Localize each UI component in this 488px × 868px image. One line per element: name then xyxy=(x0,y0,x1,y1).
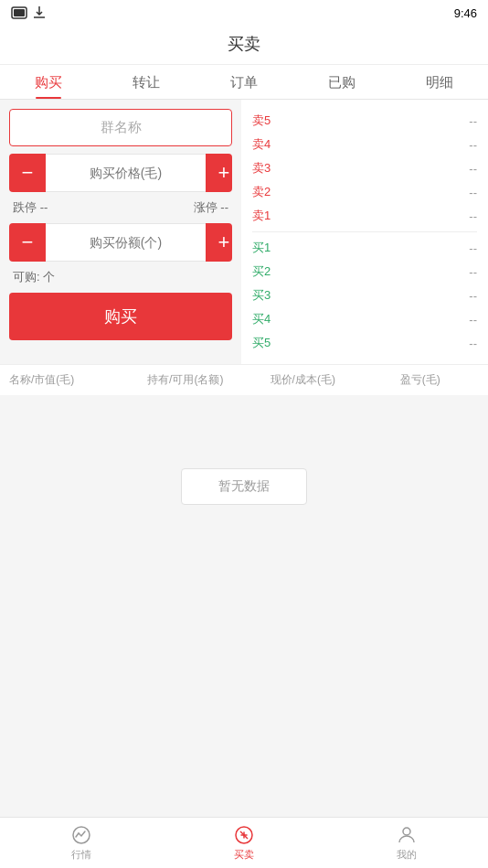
price-increase-button[interactable]: + xyxy=(206,154,232,192)
order-book: 卖5 -- 卖4 -- 卖3 -- 卖2 -- 卖1 -- xyxy=(241,100,488,364)
top-section: 群名称 − + 跌停 -- 涨停 -- − xyxy=(0,100,488,364)
sell-5-row: 卖5 -- xyxy=(252,109,477,133)
tab-bought[interactable]: 已购 xyxy=(292,65,390,99)
amount-increase-button[interactable]: + xyxy=(206,223,232,262)
group-name-input[interactable]: 群名称 xyxy=(9,109,232,146)
sell-1-row: 卖1 -- xyxy=(252,204,477,228)
portfolio-col-pnl: 盈亏(毛) xyxy=(362,372,480,388)
price-decrease-button[interactable]: − xyxy=(9,154,46,192)
status-bar-time: 9:46 xyxy=(454,6,477,20)
empty-state-area: 暂无数据 xyxy=(0,395,488,805)
content-area: 群名称 − + 跌停 -- 涨停 -- − xyxy=(0,100,488,805)
svg-rect-1 xyxy=(14,9,25,16)
stop-row: 跌停 -- 涨停 -- xyxy=(9,199,232,216)
buy-4-row: 买4 -- xyxy=(252,307,477,331)
tab-transfer[interactable]: 转让 xyxy=(98,65,196,99)
can-buy-label: 可购: 个 xyxy=(9,269,232,285)
tab-bar: 购买 转让 订单 已购 明细 xyxy=(0,65,488,100)
buy-2-row: 买2 -- xyxy=(252,260,477,284)
buy-button[interactable]: 购买 xyxy=(9,293,232,340)
nav-item-trade[interactable]: 买卖 xyxy=(163,818,325,868)
sell-orders: 卖5 -- 卖4 -- 卖3 -- 卖2 -- 卖1 -- xyxy=(252,109,477,228)
page-title: 买卖 xyxy=(0,26,488,65)
buy-orders: 买1 -- 买2 -- 买3 -- 买4 -- 买5 -- xyxy=(252,236,477,355)
phone-icon xyxy=(11,6,27,19)
nav-label-trade: 买卖 xyxy=(234,848,254,862)
bottom-nav: 行情 买卖 我的 xyxy=(0,817,488,868)
tab-order[interactable]: 订单 xyxy=(196,65,293,99)
stop-fall-label: 跌停 -- xyxy=(13,199,48,216)
portfolio-col-price: 现价/成本(毛) xyxy=(244,372,362,388)
trade-icon xyxy=(233,824,255,846)
amount-input[interactable] xyxy=(46,223,206,262)
chart-icon xyxy=(70,824,92,846)
status-bar: 9:46 xyxy=(0,0,488,26)
left-panel: 群名称 − + 跌停 -- 涨停 -- − xyxy=(0,100,241,364)
empty-state-box: 暂无数据 xyxy=(181,468,307,505)
price-stepper-row: − + xyxy=(9,154,232,192)
tab-buy[interactable]: 购买 xyxy=(0,65,98,99)
sell-4-row: 卖4 -- xyxy=(252,133,477,156)
buy-1-row: 买1 -- xyxy=(252,236,477,260)
portfolio-col-name: 名称/市值(毛) xyxy=(9,372,127,388)
amount-decrease-button[interactable]: − xyxy=(9,223,46,262)
price-input[interactable] xyxy=(46,154,206,192)
nav-item-mine[interactable]: 我的 xyxy=(325,818,488,868)
user-icon xyxy=(396,824,418,846)
portfolio-col-hold: 持有/可用(名额) xyxy=(127,372,245,388)
download-icon xyxy=(33,5,46,20)
svg-point-5 xyxy=(403,828,410,835)
amount-stepper-row: − + xyxy=(9,223,232,262)
order-book-divider xyxy=(252,231,477,232)
stop-rise-label: 涨停 -- xyxy=(194,199,228,216)
status-bar-left xyxy=(11,5,46,20)
nav-item-market[interactable]: 行情 xyxy=(0,818,163,868)
sell-2-row: 卖2 -- xyxy=(252,180,477,204)
buy-5-row: 买5 -- xyxy=(252,331,477,355)
tab-detail[interactable]: 明细 xyxy=(390,65,488,99)
portfolio-header: 名称/市值(毛) 持有/可用(名额) 现价/成本(毛) 盈亏(毛) xyxy=(0,364,488,395)
nav-label-market: 行情 xyxy=(71,848,91,862)
nav-label-mine: 我的 xyxy=(397,848,417,862)
sell-3-row: 卖3 -- xyxy=(252,156,477,180)
buy-3-row: 买3 -- xyxy=(252,284,477,307)
